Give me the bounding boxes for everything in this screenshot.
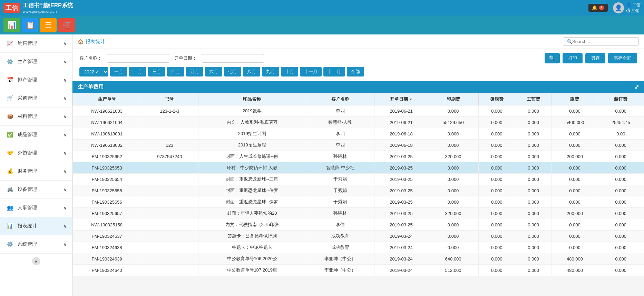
chevron-down-icon-4: ∨ [64, 96, 67, 101]
nav-chart-button[interactable]: 📊 [3, 18, 20, 32]
sidebar-item-materials[interactable]: 📦 材料管理 ∨ [0, 108, 72, 126]
sidebar-label-sales: 销售管理 [18, 40, 37, 47]
chevron-down-icon-6: ∨ [64, 132, 67, 137]
table-cell: FM-190324640 [73, 265, 141, 276]
table-cell: 480.000 [552, 253, 598, 265]
nav-list-button[interactable]: ☰ [40, 18, 57, 32]
table-cell [141, 219, 198, 231]
sidebar-item-equipment[interactable]: 🖨️ 设备管理 ∨ [0, 181, 72, 199]
table-cell: 0.000 [515, 253, 552, 265]
month-btn-11[interactable]: 十一月 [300, 67, 322, 76]
table-cell: 0.000 [515, 162, 552, 174]
save-all-button[interactable]: 另存全部 [608, 53, 637, 63]
logo-box: 工信 [3, 3, 20, 13]
sales-icon: 📈 [5, 39, 15, 48]
table-cell: 9787547240 [141, 151, 198, 162]
table-cell: 孙晓林 [306, 208, 374, 219]
table-cell [141, 174, 198, 185]
month-btn-5[interactable]: 五月 [186, 67, 203, 76]
logo-area: 工信 工信书刊版ERP系统 www.gongxin.org.cn [3, 2, 73, 13]
chevron-down-icon-9: ∨ [64, 187, 67, 192]
chevron-down-icon-10: ∨ [64, 205, 67, 211]
table-cell: 200.000 [552, 208, 598, 219]
sidebar: 📈 销售管理 ∨ ⚙️ 生产管理 ∨ 📅 排产管理 ∨ 🛒 采购管理 ∨ [0, 34, 72, 296]
table-cell: 0.000 [552, 231, 598, 242]
table-cell: FM-190325655 [73, 185, 141, 196]
table-row: FM-190325656封面：重返恐龙星球--侏罗于秀娟2019-03-250.… [73, 196, 644, 208]
date-input[interactable] [202, 54, 264, 63]
filter-area: 客户名称： 开单日期： 🔍 打印 另存 另存全部 2022 ✓ 一月 二月 三月 [72, 49, 644, 81]
table-cell: 0.000 [515, 151, 552, 162]
reports-icon: 📊 [5, 221, 15, 231]
sidebar-item-scheduling[interactable]: 📅 排产管理 ∨ [0, 71, 72, 89]
month-row: 2022 ✓ 一月 二月 三月 四月 五月 六月 七月 八月 九月 十月 十一月… [79, 67, 637, 76]
sidebar-item-sales[interactable]: 📈 销售管理 ∨ [0, 34, 72, 53]
sidebar-label-system: 系统管理 [18, 241, 37, 247]
search-box[interactable]: 🔍 [563, 37, 639, 46]
chevron-down-icon-8: ∨ [64, 169, 67, 174]
table-cell: 李亚坤（中公） [306, 265, 374, 276]
user-area: 👤 👤 工信 ⏻ 注销 [613, 2, 641, 14]
year-select[interactable]: 2022 ✓ [79, 67, 108, 76]
nav-cart-button[interactable]: 🛒 [58, 18, 75, 32]
sidebar-item-reports[interactable]: 📊 报表统计 ∨ [0, 217, 72, 235]
print-button[interactable]: 打印 [563, 53, 583, 63]
sidebar-item-outsource[interactable]: 🤝 外协管理 ∨ [0, 144, 72, 162]
table-cell [141, 128, 198, 140]
sidebar-item-purchase[interactable]: 🛒 采购管理 ∨ [0, 89, 72, 108]
month-btn-1[interactable]: 一月 [110, 67, 127, 76]
month-btn-all[interactable]: 全部 [347, 67, 364, 76]
month-btn-7[interactable]: 七月 [224, 67, 241, 76]
table-cell: 0.000 [515, 140, 552, 151]
nav-doc-button[interactable]: 📋 [22, 18, 38, 32]
customer-input[interactable] [107, 54, 169, 63]
sidebar-item-finished[interactable]: ✅ 成品管理 ∨ [0, 126, 72, 144]
logout-button[interactable]: ⏻ 注销 [626, 8, 641, 14]
table-cell: 0.000 [478, 208, 515, 219]
month-btn-3[interactable]: 三月 [148, 67, 165, 76]
month-btn-8[interactable]: 八月 [243, 67, 260, 76]
sidebar-item-production[interactable]: ⚙️ 生产管理 ∨ [0, 53, 72, 71]
table-cell: 0.000 [478, 185, 515, 196]
search-button[interactable]: 🔍 [545, 53, 560, 63]
table-cell: 李佳 [306, 219, 374, 231]
table-cell: 2019-03-25 [374, 151, 428, 162]
table-cell: 2019招生计划 [198, 128, 306, 140]
month-btn-6[interactable]: 六月 [205, 67, 222, 76]
table-cell: FM-190325656 [73, 196, 141, 208]
table-cell: 0.000 [552, 219, 598, 231]
table-cell: 0.000 [515, 128, 552, 140]
save-button[interactable]: 另存 [585, 53, 605, 63]
month-btn-9[interactable]: 九月 [262, 67, 279, 76]
hr-icon: 👥 [5, 203, 15, 213]
month-btn-4[interactable]: 四月 [167, 67, 184, 76]
sidebar-item-finance[interactable]: 💰 财务管理 ∨ [0, 162, 72, 181]
table-cell: 55129.650 [428, 117, 478, 128]
table-row: FM-190324639中公教育单号106:2020公李亚坤（中公）2019-0… [73, 253, 644, 265]
user-login-label[interactable]: 👤 工信 [626, 2, 641, 8]
table-cell: 0.000 [552, 105, 598, 117]
table-cell [141, 231, 198, 242]
notification-button[interactable]: 🔔 5 [588, 4, 608, 12]
sidebar-item-system[interactable]: ⚙️ 系统管理 ∨ [0, 235, 72, 254]
sidebar-item-hr[interactable]: 👥 人事管理 ∨ [0, 199, 72, 217]
table-cell: 0.000 [515, 117, 552, 128]
month-btn-12[interactable]: 十二月 [323, 67, 345, 76]
icon-nav: 📊 📋 ☰ 🛒 [0, 16, 644, 34]
col-craft-fee: 工艺费 [515, 93, 552, 105]
sidebar-label-purchase: 采购管理 [18, 95, 37, 101]
table-cell: 封面：年轻人要熟知的20 [198, 208, 306, 219]
month-btn-2[interactable]: 二月 [129, 67, 146, 76]
table-cell: 0.000 [552, 128, 598, 140]
table-section-header: 生产单费用 ⤢ [72, 81, 644, 93]
table-row: FM-190325654封面：重返恐龙新球--三星于秀娟2019-03-250.… [73, 174, 644, 185]
table-cell: 0.000 [478, 265, 515, 276]
header-right: 🔔 5 👤 👤 工信 ⏻ 注销 [588, 2, 641, 14]
month-btn-10[interactable]: 十月 [281, 67, 298, 76]
table-cell: 0.000 [598, 151, 644, 162]
finance-icon: 💰 [5, 166, 15, 176]
col-date[interactable]: 开单日期 ▼ [374, 93, 428, 105]
search-input[interactable] [572, 39, 635, 44]
sidebar-collapse-button[interactable]: « [32, 257, 40, 265]
table-cell: 2019-06-18 [374, 140, 428, 151]
